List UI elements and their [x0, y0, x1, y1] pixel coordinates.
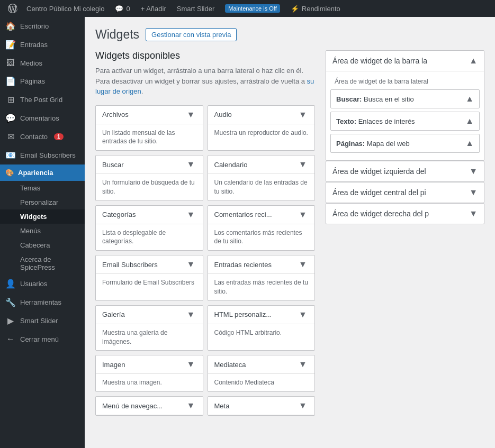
- widget-meta-toggle[interactable]: ▼: [298, 401, 308, 410]
- sidebar-area-4-header[interactable]: Área de widget derecha del p ▼: [326, 204, 484, 224]
- menu-medios[interactable]: 🖼 Medios: [0, 54, 85, 72]
- page-header: Widgets Gestionar con vista previa: [95, 28, 484, 42]
- widget-menu[interactable]: Menú de navegac... ▼: [95, 396, 203, 416]
- sidebar-widget-buscar[interactable]: Buscar: Busca en el sitio ▲: [330, 89, 480, 108]
- dashboard-icon: 🏠: [5, 21, 16, 31]
- menu-contacto[interactable]: ✉ Contacto 1: [0, 127, 85, 146]
- widget-email-subscribers[interactable]: Email Subscribers ▼ Formulario de Email …: [95, 255, 203, 301]
- widget-grid: Archivos ▼ Un listado mensual de las ent…: [95, 105, 315, 416]
- widget-galeria[interactable]: Galería ▼ Muestra una galería de imágene…: [95, 305, 203, 351]
- close-menu-icon: ←: [5, 334, 16, 344]
- sidebar-area-2: Área de widget izquierda del ▼: [326, 161, 484, 182]
- area4-toggle-icon: ▼: [469, 209, 478, 218]
- sidebar-area-1-content: Área de widget de la barra lateral Busca…: [326, 71, 484, 160]
- area3-toggle-icon: ▼: [469, 188, 478, 197]
- submenu-personalizar[interactable]: Personalizar: [0, 195, 85, 209]
- tools-icon: 🔧: [5, 297, 16, 307]
- sidebar-widget-buscar-toggle: ▲: [465, 94, 474, 104]
- widget-buscar[interactable]: Buscar ▼ Un formulario de búsqueda de tu…: [95, 155, 203, 201]
- comments-menu-icon: 💬: [5, 113, 16, 123]
- submenu-widgets[interactable]: Widgets: [0, 209, 85, 224]
- widget-mediateca-toggle[interactable]: ▼: [298, 360, 308, 369]
- widget-entradas-toggle[interactable]: ▼: [298, 260, 308, 269]
- widget-archivos-toggle[interactable]: ▼: [186, 110, 196, 120]
- sidebar-widget-paginas[interactable]: Páginas: Mapa del web ▲: [330, 134, 480, 153]
- widget-archivos[interactable]: Archivos ▼ Un listado mensual de las ent…: [95, 105, 203, 151]
- area1-toggle-icon: ▲: [469, 56, 478, 66]
- pages-icon: 📄: [5, 76, 16, 86]
- widget-comentarios[interactable]: Comentarios reci... ▼ Los comentarios má…: [208, 205, 316, 251]
- admin-bar: Centro Público Mi colegio 💬 0 + Añadir S…: [0, 0, 495, 17]
- manage-preview-button[interactable]: Gestionar con vista previa: [146, 28, 237, 41]
- widget-audio[interactable]: Audio ▼ Muestra un reproductor de audio.: [208, 105, 316, 151]
- sidebar-widget-paginas-toggle: ▲: [465, 139, 474, 148]
- sidebar-area-3-header[interactable]: Área de widget central del pi ▼: [326, 182, 484, 203]
- performance-bar[interactable]: ⚡ Rendimiento: [286, 0, 345, 17]
- menu-cerrar[interactable]: ← Cerrar menú: [0, 330, 85, 348]
- media-icon: 🖼: [5, 58, 16, 68]
- widget-mediateca[interactable]: Mediateca ▼ Contenido Mediateca: [208, 355, 316, 392]
- widget-menu-toggle[interactable]: ▼: [186, 401, 196, 410]
- widget-html-toggle[interactable]: ▼: [298, 310, 308, 319]
- widget-email-toggle[interactable]: ▼: [186, 260, 196, 269]
- menu-usuarios[interactable]: 👤 Usuarios: [0, 275, 85, 293]
- menu-escritorio[interactable]: 🏠 Escritorio: [0, 17, 85, 35]
- widget-galeria-toggle[interactable]: ▼: [186, 310, 196, 319]
- admin-menu: 🏠 Escritorio 📝 Entradas 🖼 Medios 📄 Págin…: [0, 17, 85, 448]
- widget-entradas-recientes[interactable]: Entradas recientes ▼ Las entradas más re…: [208, 255, 316, 301]
- widget-comentarios-toggle[interactable]: ▼: [298, 210, 308, 220]
- menu-paginas[interactable]: 📄 Páginas: [0, 72, 85, 90]
- site-name[interactable]: Centro Público Mi colegio: [22, 0, 109, 17]
- sidebar-area-3: Área de widget central del pi ▼: [326, 182, 484, 203]
- menu-apariencia[interactable]: 🎨 Apariencia: [0, 164, 85, 181]
- contacto-badge: 1: [54, 133, 64, 140]
- submenu-menus[interactable]: Menús: [0, 224, 85, 238]
- main-content: Widgets Gestionar con vista previa Widge…: [85, 17, 495, 448]
- submenu-temas[interactable]: Temas: [0, 181, 85, 195]
- widget-imagen-toggle[interactable]: ▼: [186, 360, 196, 369]
- sidebar-area-2-header[interactable]: Área de widget izquierda del ▼: [326, 161, 484, 181]
- menu-herramientas[interactable]: 🔧 Herramientas: [0, 293, 85, 312]
- widget-categorias[interactable]: Categorías ▼ Lista o desplegable de cate…: [95, 205, 203, 251]
- menu-the-post-grid[interactable]: ⊞ The Post Grid: [0, 90, 85, 109]
- menu-email-subscribers[interactable]: 📧 Email Subscribers: [0, 146, 85, 164]
- widget-calendario[interactable]: Calendario ▼ Un calendario de las entrad…: [208, 155, 316, 201]
- sidebar-areas: Área de widget de la barra la ▲ Área de …: [326, 50, 484, 416]
- contact-icon: ✉: [5, 132, 16, 142]
- menu-comentarios[interactable]: 💬 Comentarios: [0, 109, 85, 127]
- widget-imagen[interactable]: Imagen ▼ Muestra una imagen.: [95, 355, 203, 392]
- sidebar-area-1-header[interactable]: Área de widget de la barra la ▲: [326, 51, 484, 71]
- page-title: Widgets: [95, 28, 139, 42]
- add-new[interactable]: + Añadir: [137, 0, 170, 17]
- available-widgets-desc: Para activar un widget, arrástralo a una…: [95, 66, 315, 97]
- menu-entradas[interactable]: 📝 Entradas: [0, 35, 85, 54]
- available-widgets-title: Widgets disponibles: [95, 50, 315, 61]
- menu-smart-slider[interactable]: ▶ Smart Slider: [0, 312, 85, 330]
- submenu-cabecera[interactable]: Cabecera: [0, 238, 85, 252]
- apariencia-icon: 🎨: [5, 169, 14, 177]
- sidebar-area-1: Área de widget de la barra la ▲ Área de …: [326, 50, 484, 161]
- widget-buscar-toggle[interactable]: ▼: [186, 160, 196, 169]
- submenu-acerca[interactable]: Acerca de SpicePress: [0, 252, 85, 275]
- comments-icon: 💬: [115, 5, 123, 13]
- origin-link[interactable]: su lugar de origen: [95, 77, 314, 96]
- grid-icon: ⊞: [5, 95, 16, 105]
- sidebar-area-4: Área de widget derecha del p ▼: [326, 203, 484, 224]
- users-icon: 👤: [5, 279, 16, 289]
- widget-calendario-toggle[interactable]: ▼: [298, 160, 308, 169]
- wp-logo[interactable]: [5, 0, 20, 17]
- smart-slider-icon: ▶: [5, 316, 16, 326]
- smart-slider-bar[interactable]: Smart Slider: [173, 0, 219, 17]
- posts-icon: 📝: [5, 40, 16, 50]
- widget-categorias-toggle[interactable]: ▼: [186, 210, 196, 220]
- sidebar-widget-texto[interactable]: Texto: Enlaces de interés ▲: [330, 112, 480, 131]
- sidebar-widget-texto-toggle: ▲: [465, 116, 474, 126]
- widget-audio-toggle[interactable]: ▼: [298, 110, 308, 120]
- comments-menu[interactable]: 💬 0: [111, 0, 134, 17]
- performance-icon: ⚡: [291, 5, 299, 13]
- maintenance-bar[interactable]: Maintenance is Off: [221, 0, 284, 17]
- email-subscribers-icon: 📧: [5, 150, 16, 160]
- widget-html[interactable]: HTML personaliz... ▼ Código HTML arbitra…: [208, 305, 316, 351]
- widget-meta[interactable]: Meta ▼: [208, 396, 316, 416]
- area2-toggle-icon: ▼: [469, 167, 478, 176]
